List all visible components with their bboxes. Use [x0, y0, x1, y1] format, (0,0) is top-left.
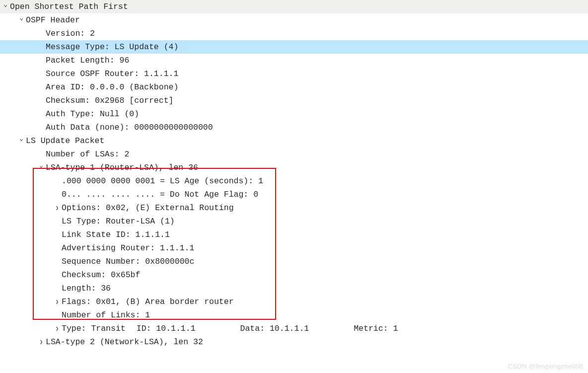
lsa2-node[interactable]: LSA-type 2 (Network-LSA), len 32 — [0, 335, 588, 349]
field-lsa-length[interactable]: Length: 36 — [0, 282, 588, 295]
text: 0... .... .... .... = Do Not Age Flag: 0 — [62, 188, 258, 201]
text: LS Type: Router-LSA (1) — [62, 215, 175, 228]
field-message-type[interactable]: Message Type: LS Update (4) — [0, 40, 588, 54]
link-data-text: Data: 10.1.1.1 — [240, 322, 309, 335]
text: .000 0000 0000 0001 = LS Age (seconds): … — [62, 174, 263, 188]
field-link-line[interactable]: Type: TransitID: 10.1.1.1Data: 10.1.1.1M… — [0, 322, 588, 335]
text: Version: 2 — [46, 27, 95, 40]
chevron-right-icon[interactable] — [54, 201, 61, 215]
field-num-links[interactable]: Number of Links: 1 — [0, 308, 588, 322]
field-dna-flag[interactable]: 0... .... .... .... = Do Not Age Flag: 0 — [0, 188, 588, 201]
chevron-right-icon[interactable] — [54, 322, 61, 336]
field-flags[interactable]: Flags: 0x01, (B) Area border router — [0, 295, 588, 308]
text: Auth Type: Null (0) — [46, 107, 139, 121]
text: Checksum: 0x2968 [correct] — [46, 94, 173, 107]
link-metric-text: Metric: 1 — [354, 322, 398, 335]
ospf-header-label: OSPF Header — [26, 13, 80, 27]
field-seq-num[interactable]: Sequence Number: 0x8000000c — [0, 255, 588, 268]
field-lsa-checksum[interactable]: Checksum: 0x65bf — [0, 268, 588, 282]
chevron-down-icon[interactable] — [2, 0, 9, 13]
text: Link State ID: 1.1.1.1 — [62, 228, 170, 241]
field-auth-type[interactable]: Auth Type: Null (0) — [0, 107, 588, 121]
field-checksum[interactable]: Checksum: 0x2968 [correct] — [0, 94, 588, 107]
chevron-down-icon[interactable] — [38, 161, 45, 174]
ospf-header-node[interactable]: OSPF Header — [0, 13, 588, 27]
text: Options: 0x02, (E) External Routing — [62, 201, 234, 215]
link-type-text: Type: Transit — [62, 322, 126, 335]
field-options[interactable]: Options: 0x02, (E) External Routing — [0, 201, 588, 215]
chevron-down-icon[interactable] — [18, 134, 25, 148]
text: Packet Length: 96 — [46, 54, 129, 67]
text: Number of Links: 1 — [62, 308, 150, 322]
field-num-lsas[interactable]: Number of LSAs: 2 — [0, 148, 588, 161]
watermark-text: CSDN @fengxingzhe008 — [508, 363, 583, 370]
chevron-right-icon[interactable] — [54, 295, 61, 309]
field-ls-type[interactable]: LS Type: Router-LSA (1) — [0, 215, 588, 228]
text: Area ID: 0.0.0.0 (Backbone) — [46, 80, 178, 94]
field-link-state-id[interactable]: Link State ID: 1.1.1.1 — [0, 228, 588, 241]
field-ls-age[interactable]: .000 0000 0000 0001 = LS Age (seconds): … — [0, 174, 588, 188]
root-label: Open Shortest Path First — [10, 0, 128, 13]
field-area-id[interactable]: Area ID: 0.0.0.0 (Backbone) — [0, 80, 588, 94]
field-source-router[interactable]: Source OSPF Router: 1.1.1.1 — [0, 67, 588, 80]
lsa1-label: LSA-type 1 (Router-LSA), len 36 — [46, 161, 198, 174]
text: Checksum: 0x65bf — [62, 268, 140, 282]
text: Sequence Number: 0x8000000c — [62, 255, 194, 268]
field-packet-length[interactable]: Packet Length: 96 — [0, 54, 588, 67]
chevron-down-icon[interactable] — [18, 13, 25, 27]
text: Flags: 0x01, (B) Area border router — [62, 295, 234, 308]
text: Number of LSAs: 2 — [46, 148, 129, 161]
text: Length: 36 — [62, 282, 111, 295]
lsa1-node[interactable]: LSA-type 1 (Router-LSA), len 36 — [0, 161, 588, 174]
text: Advertising Router: 1.1.1.1 — [62, 241, 194, 255]
field-adv-router[interactable]: Advertising Router: 1.1.1.1 — [0, 241, 588, 255]
text: Auth Data (none): 0000000000000000 — [46, 121, 213, 134]
chevron-right-icon[interactable] — [38, 335, 45, 349]
tree-root[interactable]: Open Shortest Path First — [0, 0, 588, 13]
field-auth-data[interactable]: Auth Data (none): 0000000000000000 — [0, 121, 588, 134]
text: Source OSPF Router: 1.1.1.1 — [46, 67, 178, 80]
ls-update-node[interactable]: LS Update Packet — [0, 134, 588, 148]
link-id-text: ID: 10.1.1.1 — [137, 322, 196, 335]
field-version[interactable]: Version: 2 — [0, 27, 588, 40]
lsa2-label: LSA-type 2 (Network-LSA), len 32 — [46, 335, 203, 349]
ls-update-label: LS Update Packet — [26, 134, 104, 148]
text: Message Type: LS Update (4) — [46, 40, 178, 54]
